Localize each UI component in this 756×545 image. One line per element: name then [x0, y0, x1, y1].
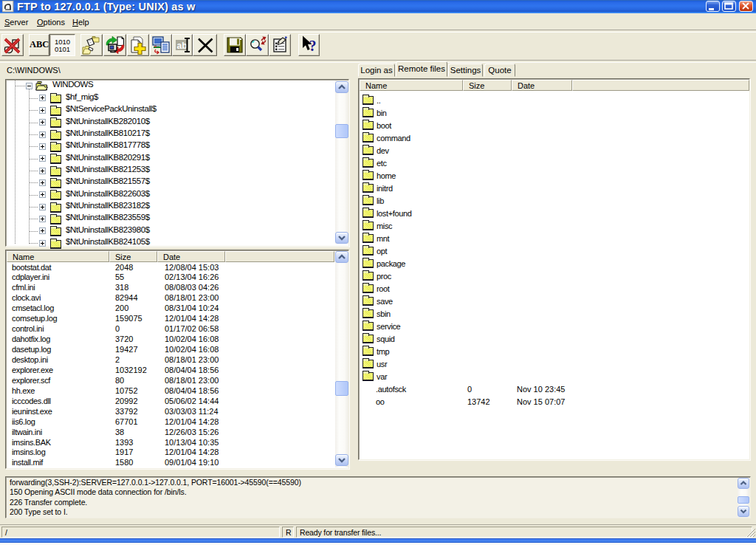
svg-text:ab: ab	[177, 41, 188, 51]
svg-text:?: ?	[309, 38, 317, 54]
